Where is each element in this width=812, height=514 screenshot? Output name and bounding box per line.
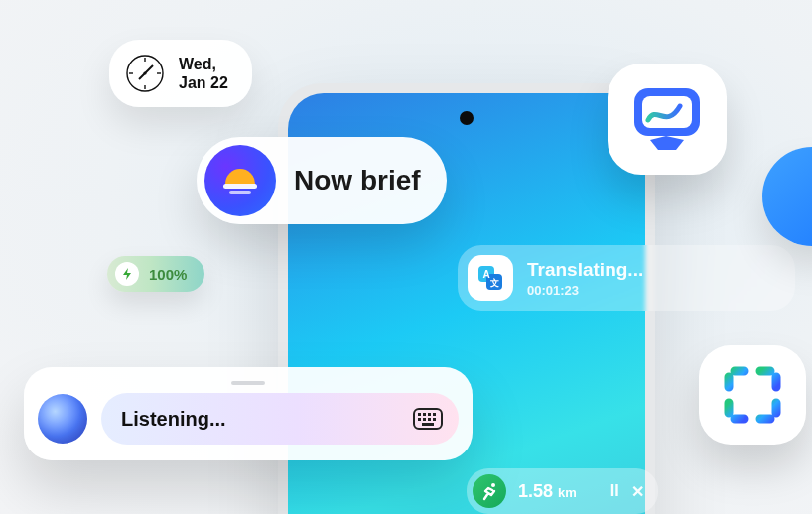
assistant-input[interactable]: Listening...	[101, 393, 459, 445]
svg-line-5	[145, 65, 153, 73]
date-text: Wed, Jan 22	[179, 55, 228, 92]
whiteboard-app-icon[interactable]	[608, 64, 727, 175]
translating-text: Translating... 00:01:23	[527, 259, 643, 298]
svg-rect-18	[433, 413, 436, 416]
runner-icon	[473, 474, 506, 508]
svg-rect-17	[428, 413, 431, 416]
assistant-status: Listening...	[121, 408, 226, 431]
edge-bubble	[762, 147, 812, 246]
clock-date-widget[interactable]: Wed, Jan 22	[109, 40, 252, 107]
battery-text: 100%	[149, 266, 187, 283]
svg-rect-21	[428, 418, 431, 421]
svg-point-7	[143, 71, 146, 74]
drag-handle[interactable]	[231, 381, 265, 385]
assistant-panel[interactable]: Listening...	[24, 367, 473, 460]
translating-card[interactable]: A 文 Translating... 00:01:23	[458, 245, 795, 311]
svg-rect-8	[223, 184, 257, 189]
svg-rect-16	[423, 413, 426, 416]
camera-pinhole	[460, 111, 474, 125]
analog-clock-icon	[125, 54, 165, 93]
now-brief-label: Now brief	[294, 165, 421, 196]
svg-rect-25	[642, 96, 692, 128]
close-button[interactable]: ✕	[631, 482, 644, 501]
battery-chip[interactable]: 100%	[107, 256, 204, 292]
svg-point-26	[491, 483, 495, 487]
svg-rect-22	[433, 418, 436, 421]
svg-rect-19	[418, 418, 421, 421]
scan-app-icon[interactable]	[699, 345, 806, 445]
sunrise-icon	[204, 145, 276, 216]
running-chip[interactable]: 1.58 km II ✕	[467, 468, 658, 514]
keyboard-icon[interactable]	[411, 405, 445, 433]
assistant-orb-icon[interactable]	[38, 394, 87, 444]
svg-rect-15	[418, 413, 421, 416]
pause-button[interactable]: II	[610, 482, 619, 501]
whiteboard-icon	[626, 80, 708, 158]
bolt-icon	[115, 262, 139, 286]
scan-icon	[721, 363, 784, 427]
now-brief-pill[interactable]: Now brief	[197, 137, 447, 224]
svg-rect-23	[422, 423, 434, 426]
translate-icon: A 文	[468, 255, 513, 301]
run-distance: 1.58 km	[518, 481, 577, 502]
svg-rect-20	[423, 418, 426, 421]
svg-text:文: 文	[489, 278, 499, 288]
svg-rect-9	[229, 191, 251, 194]
